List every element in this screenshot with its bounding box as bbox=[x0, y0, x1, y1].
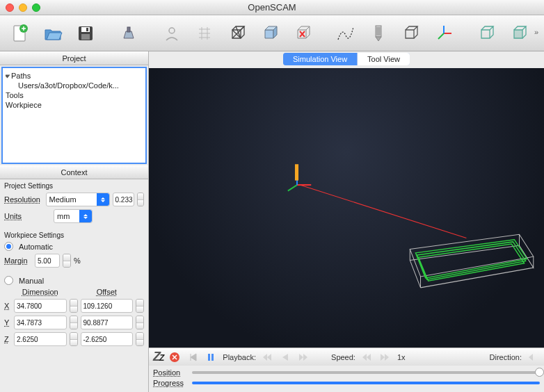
solid-cube-icon[interactable] bbox=[255, 19, 285, 48]
manual-label: Manual bbox=[19, 277, 44, 285]
3d-viewport[interactable] bbox=[149, 68, 544, 348]
direction-label: Direction: bbox=[490, 353, 522, 361]
position-slider[interactable] bbox=[192, 371, 540, 374]
svg-rect-30 bbox=[211, 354, 214, 361]
new-button[interactable] bbox=[6, 19, 35, 48]
x-offset-spinner[interactable] bbox=[136, 299, 144, 313]
z-dimension-spinner[interactable] bbox=[70, 332, 78, 346]
progress-bar bbox=[192, 382, 540, 384]
resolution-step-spinner[interactable] bbox=[137, 193, 144, 206]
toolbar-overflow-icon[interactable]: » bbox=[534, 28, 538, 36]
project-tree[interactable]: Paths Users/a3ot/Dropbox/Code/k... Tools… bbox=[1, 67, 147, 164]
direction-button[interactable] bbox=[527, 351, 540, 364]
view-front-icon[interactable] bbox=[505, 19, 534, 48]
dimension-header: Dimension bbox=[15, 288, 65, 296]
tree-node-paths[interactable]: Paths bbox=[6, 71, 143, 81]
svg-rect-29 bbox=[208, 354, 210, 361]
caret-icon bbox=[79, 210, 92, 222]
playback-bar: ZZ Playback: Speed: 1x Direction: bbox=[149, 348, 544, 366]
speed-label: Speed: bbox=[331, 353, 355, 361]
bounds-icon[interactable] bbox=[397, 19, 426, 48]
speed-up-button[interactable] bbox=[379, 351, 392, 364]
speed-value: 1x bbox=[397, 353, 406, 361]
project-panel-header: Project bbox=[0, 51, 148, 65]
path-icon[interactable] bbox=[331, 19, 360, 48]
y-offset-spinner[interactable] bbox=[136, 316, 144, 329]
svg-rect-22 bbox=[514, 30, 522, 38]
margin-label: Margin bbox=[4, 256, 32, 265]
user-icon[interactable] bbox=[157, 19, 186, 48]
automatic-label: Automatic bbox=[19, 243, 53, 251]
y-dimension-field[interactable]: 34.7873 bbox=[14, 316, 67, 329]
units-select[interactable]: mm bbox=[54, 209, 93, 223]
workpiece-row-y: Y 34.7873 90.8877 bbox=[0, 314, 148, 331]
x-offset-field[interactable]: 109.1260 bbox=[81, 299, 134, 313]
tab-tool-view[interactable]: Tool View bbox=[358, 53, 410, 65]
svg-rect-4 bbox=[81, 34, 90, 40]
window-title: OpenSCAM bbox=[0, 2, 544, 13]
margin-field[interactable]: 5.00 bbox=[35, 254, 60, 268]
svg-line-27 bbox=[300, 185, 466, 238]
cube-x-icon[interactable] bbox=[288, 19, 317, 48]
open-button[interactable] bbox=[38, 19, 67, 48]
workpiece-row-z: Z 2.6250 -2.6250 bbox=[0, 331, 148, 348]
position-label: Position bbox=[153, 368, 188, 377]
y-dimension-spinner[interactable] bbox=[70, 316, 78, 329]
tab-simulation-view[interactable]: Simulation View bbox=[283, 53, 358, 65]
step-back-button[interactable] bbox=[262, 351, 274, 364]
caret-icon bbox=[97, 193, 109, 206]
resolution-step-field[interactable]: 0.233 bbox=[113, 193, 134, 206]
z-dimension-field[interactable]: 2.6250 bbox=[14, 332, 67, 346]
manual-radio[interactable] bbox=[4, 276, 13, 285]
z-offset-field[interactable]: -2.6250 bbox=[81, 332, 134, 346]
main-toolbar bbox=[0, 15, 544, 51]
save-button[interactable] bbox=[71, 19, 100, 48]
wireframe-cube-icon[interactable] bbox=[223, 19, 252, 48]
machine-button[interactable] bbox=[114, 19, 143, 48]
rewind-button[interactable] bbox=[186, 351, 199, 364]
x-dimension-field[interactable]: 34.7800 bbox=[14, 299, 67, 313]
view-iso-icon[interactable] bbox=[472, 19, 502, 48]
pause-button[interactable] bbox=[205, 351, 217, 364]
tree-node-workpiece[interactable]: Workpiece bbox=[6, 100, 143, 110]
grid-icon[interactable] bbox=[190, 19, 219, 48]
tool-icon[interactable] bbox=[364, 19, 393, 48]
workpiece-settings-label: Workpiece Settings bbox=[0, 229, 148, 240]
margin-unit: % bbox=[74, 256, 81, 265]
progress-label: Progress bbox=[153, 379, 188, 387]
svg-line-21 bbox=[438, 33, 444, 39]
svg-line-24 bbox=[288, 185, 297, 191]
offset-header: Offset bbox=[82, 288, 132, 296]
svg-rect-3 bbox=[81, 27, 90, 32]
axes-icon[interactable] bbox=[429, 19, 458, 48]
tree-node-path-file[interactable]: Users/a3ot/Dropbox/Code/k... bbox=[6, 81, 143, 90]
x-dimension-spinner[interactable] bbox=[70, 299, 78, 313]
workpiece-row-x: X 34.7800 109.1260 bbox=[0, 297, 148, 314]
z-offset-spinner[interactable] bbox=[136, 332, 144, 346]
play-back-button[interactable] bbox=[280, 351, 292, 364]
view-tabs: Simulation View Tool View bbox=[283, 53, 410, 65]
resolution-label: Resolution bbox=[4, 195, 43, 204]
playback-label: Playback: bbox=[223, 353, 256, 361]
resolution-select[interactable]: Medium bbox=[46, 193, 110, 206]
speed-down-button[interactable] bbox=[361, 351, 374, 364]
project-settings-label: Project Settings bbox=[0, 179, 148, 191]
svg-rect-5 bbox=[86, 28, 88, 31]
svg-rect-6 bbox=[127, 27, 130, 32]
tree-node-tools[interactable]: Tools bbox=[6, 90, 143, 100]
stop-button[interactable] bbox=[168, 351, 181, 364]
svg-rect-26 bbox=[295, 164, 298, 180]
automatic-radio[interactable] bbox=[4, 242, 13, 251]
svg-point-7 bbox=[169, 28, 175, 33]
step-fwd-button[interactable] bbox=[298, 351, 310, 364]
sleep-icon: ZZ bbox=[153, 350, 163, 364]
y-offset-field[interactable]: 90.8877 bbox=[81, 316, 134, 329]
context-panel-header: Context bbox=[0, 165, 148, 179]
margin-spinner[interactable] bbox=[63, 254, 71, 268]
units-label: Units bbox=[4, 212, 51, 220]
